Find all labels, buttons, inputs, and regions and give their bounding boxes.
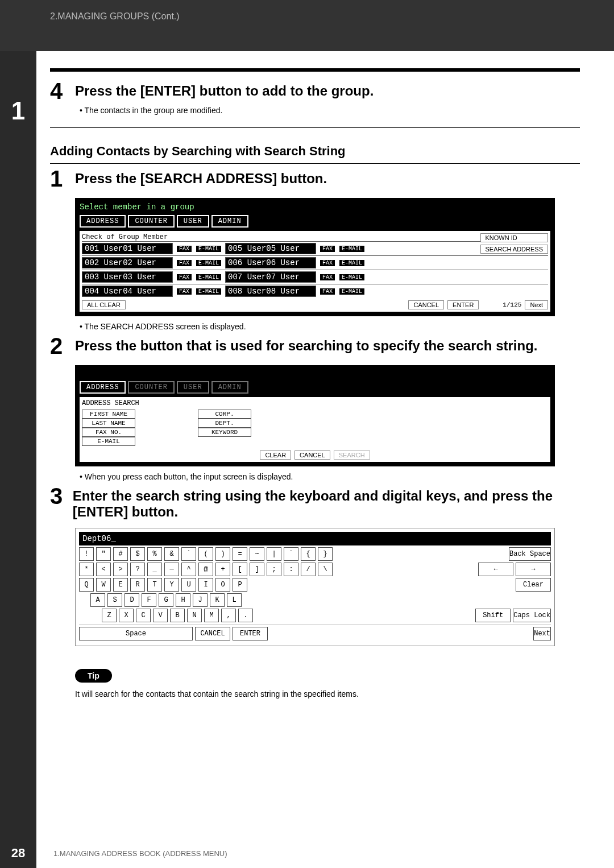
key[interactable]: ! — [79, 547, 94, 561]
cancel-button[interactable]: CANCEL — [408, 300, 444, 309]
key[interactable]: B — [170, 609, 185, 622]
email-pill[interactable]: E-MAIL — [339, 274, 365, 281]
key[interactable]: O — [215, 578, 230, 592]
key[interactable]: J — [193, 593, 208, 607]
clear-button[interactable]: CLEAR — [260, 450, 291, 460]
key[interactable]: ` — [284, 547, 298, 561]
tab-address[interactable]: ADDRESS — [80, 215, 126, 228]
key-caps-lock[interactable]: Caps Lock — [513, 609, 551, 622]
key[interactable]: E — [113, 578, 128, 592]
key[interactable]: C — [136, 609, 151, 622]
tab-counter[interactable]: COUNTER — [128, 215, 174, 228]
fax-pill[interactable]: FAX — [320, 288, 335, 295]
key[interactable]: ` — [181, 547, 196, 561]
key[interactable]: ? — [130, 563, 145, 576]
key-back-space[interactable]: Back Space — [509, 547, 551, 561]
key-shift[interactable]: Shift — [475, 609, 511, 622]
member-cell[interactable]: 002 User02 User — [82, 257, 173, 268]
key[interactable]: S — [107, 593, 122, 607]
key[interactable]: } — [318, 547, 333, 561]
member-cell[interactable]: 001 User01 User — [82, 243, 173, 254]
key[interactable]: \ — [318, 563, 333, 576]
key[interactable]: < — [96, 563, 111, 576]
key[interactable]: M — [204, 609, 219, 622]
search-address-button[interactable]: SEARCH ADDRESS — [480, 245, 548, 254]
key[interactable]: F — [142, 593, 156, 607]
fax-pill[interactable]: FAX — [320, 274, 335, 281]
field-button-corp-[interactable]: CORP. — [198, 410, 251, 419]
key[interactable]: ^ — [181, 563, 196, 576]
key[interactable]: { — [301, 547, 316, 561]
space-key[interactable]: Space — [79, 627, 193, 640]
key[interactable]: P — [233, 578, 247, 592]
search-button[interactable]: SEARCH — [334, 450, 370, 460]
member-cell[interactable]: 004 User04 User — [82, 286, 173, 297]
key[interactable]: # — [113, 547, 128, 561]
key[interactable]: Q — [79, 578, 94, 592]
key[interactable]: . — [238, 609, 253, 622]
next-key[interactable]: Next — [533, 627, 551, 640]
field-button-first-name[interactable]: FIRST NAME — [82, 410, 135, 419]
key[interactable]: ~ — [250, 547, 264, 561]
cancel-key[interactable]: CANCEL — [195, 627, 230, 640]
key[interactable]: N — [187, 609, 202, 622]
key[interactable]: I — [198, 578, 213, 592]
fax-pill[interactable]: FAX — [176, 245, 192, 253]
email-pill[interactable]: E-MAIL — [339, 259, 365, 267]
key[interactable]: R — [130, 578, 145, 592]
field-button-keyword[interactable]: KEYWORD — [198, 428, 251, 437]
member-cell[interactable]: 005 User05 User — [225, 243, 316, 254]
field-button-fax-no-[interactable]: FAX NO. — [82, 428, 135, 437]
all-clear-button[interactable]: ALL CLEAR — [82, 300, 126, 309]
next-button[interactable]: Next — [525, 300, 548, 309]
key[interactable]: _ — [147, 563, 162, 576]
email-pill[interactable]: E-MAIL — [339, 288, 365, 295]
key[interactable]: D — [125, 593, 139, 607]
key[interactable]: X — [119, 609, 134, 622]
cancel-button[interactable]: CANCEL — [294, 450, 330, 460]
key[interactable]: H — [176, 593, 190, 607]
key[interactable]: * — [79, 563, 94, 576]
key[interactable]: & — [164, 547, 179, 561]
key[interactable]: % — [147, 547, 162, 561]
email-pill[interactable]: E-MAIL — [196, 274, 222, 281]
key[interactable]: = — [233, 547, 247, 561]
tab-admin[interactable]: ADMIN — [211, 215, 248, 228]
key[interactable]: Z — [102, 609, 117, 622]
member-cell[interactable]: 006 User06 User — [225, 257, 316, 268]
member-cell[interactable]: 007 User07 User — [225, 271, 316, 283]
key[interactable]: : — [284, 563, 298, 576]
field-button-e-mail[interactable]: E-MAIL — [82, 437, 135, 446]
key[interactable]: — — [164, 563, 179, 576]
key[interactable]: [ — [233, 563, 247, 576]
key[interactable]: G — [159, 593, 173, 607]
key[interactable]: | — [267, 547, 281, 561]
key[interactable]: ] — [250, 563, 264, 576]
key[interactable]: Y — [164, 578, 179, 592]
key[interactable]: ) — [215, 547, 230, 561]
enter-button[interactable]: ENTER — [447, 300, 479, 309]
key[interactable]: + — [215, 563, 230, 576]
key[interactable]: / — [301, 563, 316, 576]
key[interactable]: ; — [267, 563, 281, 576]
email-pill[interactable]: E-MAIL — [196, 245, 222, 253]
key[interactable]: @ — [198, 563, 213, 576]
key[interactable]: A — [90, 593, 105, 607]
fax-pill[interactable]: FAX — [176, 274, 192, 281]
email-pill[interactable]: E-MAIL — [196, 259, 222, 267]
fax-pill[interactable]: FAX — [320, 245, 335, 253]
tab-address[interactable]: ADDRESS — [80, 381, 126, 394]
key[interactable]: W — [96, 578, 111, 592]
enter-key[interactable]: ENTER — [233, 627, 268, 640]
member-cell[interactable]: 008 User08 User — [225, 286, 316, 297]
field-button-last-name[interactable]: LAST NAME — [82, 419, 135, 428]
key[interactable]: $ — [130, 547, 145, 561]
fax-pill[interactable]: FAX — [176, 259, 192, 267]
key[interactable]: " — [96, 547, 111, 561]
key[interactable]: L — [227, 593, 242, 607]
member-cell[interactable]: 003 User03 User — [82, 271, 173, 283]
fax-pill[interactable]: FAX — [320, 259, 335, 267]
key[interactable]: V — [153, 609, 168, 622]
key--[interactable]: ← — [478, 563, 513, 576]
key[interactable]: ( — [198, 547, 213, 561]
